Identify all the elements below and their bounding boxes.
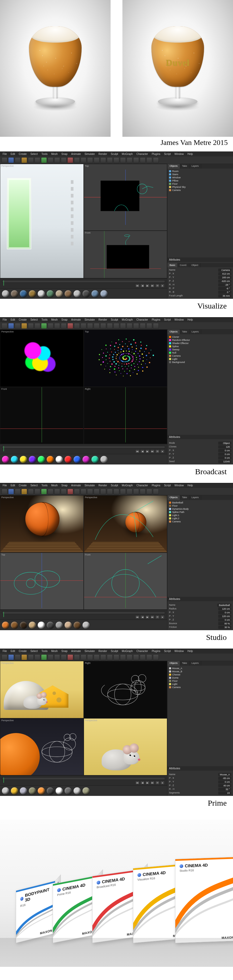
object-row[interactable]: Light.2 [169,517,231,520]
right-panel[interactable]: Objects Take Layers BasketballFloorDynam… [167,495,233,630]
object-row[interactable]: Random Effector [169,339,231,342]
playback-controls[interactable]: ⏮◀▶⏭⟳● [135,781,164,784]
material-swatch[interactable] [2,787,10,795]
toolbar-button[interactable] [146,323,152,329]
menu-tools[interactable]: Tools [41,153,47,156]
toolbar-button[interactable] [81,157,86,163]
object-row[interactable]: Shader Effector [169,342,231,345]
toolbar-button[interactable] [113,654,119,660]
material-swatch[interactable] [11,455,18,463]
object-manager[interactable]: RoomStairsWindowPillowFloorPhysical SkyC… [168,169,233,255]
material-swatch[interactable] [64,621,72,629]
toolbar-button[interactable] [15,654,21,660]
attribute-manager[interactable]: Attributes Basic Coord. Object NameCamer… [168,258,233,299]
menu-plugins[interactable]: Plugins [152,153,160,156]
menu-plugins[interactable]: Plugins [152,318,160,321]
toolbar-button[interactable] [153,323,159,329]
attr-row[interactable]: ModeObject [169,441,231,445]
menu-mesh[interactable]: Mesh [51,153,57,156]
play-button[interactable]: ◀ [140,284,145,288]
attr-row[interactable]: R . H32 ° [169,788,231,791]
toolbar-button[interactable] [140,489,145,495]
material-swatch[interactable] [11,621,18,629]
menu-animate[interactable]: Animate [71,650,81,653]
menu-character[interactable]: Character [136,318,148,321]
material-swatch[interactable] [82,621,90,629]
menu-snap[interactable]: Snap [61,153,67,156]
material-swatch[interactable] [37,290,45,298]
menu-tools[interactable]: Tools [41,650,47,653]
toolbar-button[interactable] [81,654,86,660]
attr-value[interactable]: 0 cm [218,780,231,784]
menu-sculpt[interactable]: Sculpt [111,650,118,653]
toolbar-button[interactable] [8,157,14,163]
attr-row[interactable]: P . Y165 cm [169,276,231,279]
menu-snap[interactable]: Snap [61,484,67,487]
menu-window[interactable]: Window [174,484,184,487]
menu-plugins[interactable]: Plugins [152,650,160,653]
material-swatch[interactable] [19,455,27,463]
object-manager[interactable]: BasketballFloorDynamics BodySpline PathL… [168,500,233,593]
material-swatch[interactable] [55,621,63,629]
attr-row[interactable]: Radius120 cm [169,607,231,611]
toolbar-button[interactable] [28,654,34,660]
menu-select[interactable]: Select [30,484,38,487]
play-button[interactable]: ⏭ [150,284,155,288]
attr-value[interactable]: Basketball [217,604,231,607]
toolbar-button[interactable] [120,157,126,163]
object-row[interactable]: Camera [169,686,231,689]
attr-row[interactable]: P . X412 cm [169,272,231,276]
toolbar-button[interactable] [8,323,14,329]
toolbar-button[interactable] [74,654,80,660]
toolbar-button[interactable] [113,323,119,329]
toolbar-button[interactable] [140,654,145,660]
attr-row[interactable]: P . Z-620 cm [169,279,231,283]
menu-edit[interactable]: Edit [11,484,15,487]
timeline[interactable]: ⏮◀▶⏭⟳● [0,775,167,785]
toolbar-button[interactable] [120,323,126,329]
play-button[interactable]: ◀ [140,450,145,453]
toolbar-button[interactable] [94,654,99,660]
menubar[interactable]: FileEditCreateSelectToolsMeshSnapAnimate… [0,152,233,156]
attr-row[interactable]: Clones120 [169,445,231,449]
timeline[interactable]: ⏮◀▶⏭⟳● [0,610,167,620]
attribute-manager[interactable]: Attributes NameMouse_AP . X-85 cmP . Y0 … [168,766,233,796]
material-swatch[interactable] [46,787,54,795]
tab-take[interactable]: Take [180,495,190,500]
material-manager[interactable] [0,620,167,630]
toolbar-button[interactable] [127,323,132,329]
play-button[interactable]: ● [160,450,164,453]
object-row[interactable]: Physical Sky [169,185,231,189]
object-row[interactable]: Pillow [169,179,231,182]
attr-value[interactable]: -6 ° [218,287,231,290]
menubar[interactable]: FileEditCreateSelectToolsMeshSnapAnimate… [0,649,233,654]
menu-file[interactable]: File [3,153,7,156]
object-row[interactable]: Spline [169,345,231,348]
toolbar-button[interactable] [48,654,53,660]
panel-tabs[interactable]: Objects Take Layers [168,495,233,500]
play-button[interactable]: ● [160,615,164,619]
viewport-area[interactable]: Perspective Right [0,661,167,775]
object-row[interactable]: Spline Path [169,511,231,514]
material-swatch[interactable] [46,455,54,463]
menu-animate[interactable]: Animate [71,153,81,156]
object-row[interactable]: Null [169,351,231,354]
viewport-perspective-a[interactable]: Perspective [0,661,84,718]
material-swatch[interactable] [64,455,72,463]
material-swatch[interactable] [19,621,27,629]
attribute-manager[interactable]: Attributes NameBasketballRadius120 cmP .… [168,597,233,630]
viewport-right[interactable]: Right [84,387,168,444]
right-panel[interactable]: Objects Take Layers ClonerRandom Effecto… [167,329,233,465]
toolbar-button[interactable] [2,489,7,495]
toolbar-button[interactable] [87,489,93,495]
object-row[interactable]: Floor [169,679,231,682]
material-swatch[interactable] [46,290,54,298]
toolbar-button[interactable] [2,654,7,660]
menu-edit[interactable]: Edit [11,650,15,653]
panel-tabs[interactable]: Objects Take Layers [168,164,233,169]
menu-edit[interactable]: Edit [11,153,15,156]
material-swatch[interactable] [82,787,90,795]
viewport-top[interactable]: Top [0,553,84,610]
menu-tools[interactable]: Tools [41,318,47,321]
menu-animate[interactable]: Animate [71,484,81,487]
